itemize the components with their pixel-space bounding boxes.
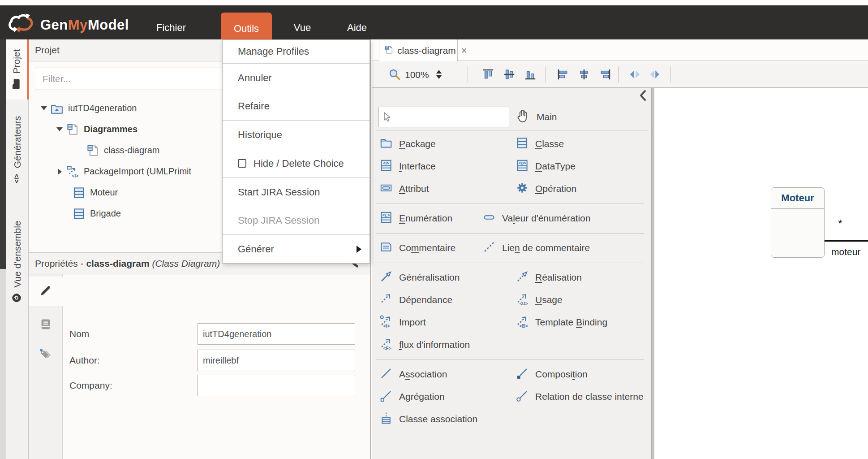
project-filter-input[interactable] xyxy=(36,68,231,90)
palette-tool-package[interactable]: Package xyxy=(379,133,436,155)
svg-text:<I>: <I> xyxy=(383,324,390,328)
palette-tool-commentaire[interactable]: Commentaire xyxy=(379,237,455,259)
palette-row: AssociationComposition xyxy=(372,363,651,385)
flip-right-button[interactable] xyxy=(648,68,662,81)
zoom-increase-icon[interactable] xyxy=(436,70,442,74)
toolbar-separator xyxy=(618,66,619,82)
sidebar-tab-g-n-rateurs[interactable]: </>Générateurs xyxy=(6,110,29,191)
folder-solid-icon xyxy=(10,78,23,90)
hand-icon xyxy=(515,108,531,126)
menu-item-manage-profiles[interactable]: Manage Profiles xyxy=(223,40,370,63)
align-middle-button[interactable] xyxy=(503,68,516,81)
genmymodel-app: GenMyModel FichierOutilsVueAide Projet</… xyxy=(0,0,868,459)
align-right-button[interactable] xyxy=(598,68,612,81)
svg-text:<I>: <I> xyxy=(72,173,79,178)
app-logo[interactable]: GenMyModel xyxy=(7,11,129,39)
palette-tool-attribut[interactable]: Attribut xyxy=(379,178,429,200)
collapse-arrow-icon[interactable] xyxy=(39,106,48,110)
sidebar-tab-projet[interactable]: Projet xyxy=(6,39,29,100)
palette-tool-main[interactable]: Main xyxy=(515,108,557,126)
palette-tool-enum-ration[interactable]: <E>Enumération xyxy=(379,207,452,230)
palette-section-divider xyxy=(372,259,651,266)
palette-tool-composition[interactable]: Composition xyxy=(516,363,588,385)
properties-tab-pencil[interactable] xyxy=(29,277,63,306)
diagram-canvas[interactable] xyxy=(654,88,868,459)
svg-text:<U>: <U> xyxy=(520,301,528,306)
menu-item-annuler[interactable]: Annuler xyxy=(223,64,370,92)
flip-left-button[interactable] xyxy=(628,68,642,81)
align-bottom-button[interactable] xyxy=(524,68,537,81)
diagram-icon xyxy=(66,123,79,136)
class-icon xyxy=(72,186,86,199)
palette-tool-r-alisation[interactable]: Réalisation xyxy=(516,266,582,289)
palette-tool-classe[interactable]: Classe xyxy=(516,133,564,155)
properties-tab-tags[interactable] xyxy=(29,341,63,370)
palette-tool-association[interactable]: Association xyxy=(379,363,447,385)
outils-dropdown-menu: Manage ProfilesAnnulerRefaireHistoriqueH… xyxy=(222,39,370,264)
palette-tool-flux-d-information[interactable]: <F>flux d'information xyxy=(379,333,470,356)
align-center-button[interactable] xyxy=(577,68,591,81)
palette-tool-lien-de-commentaire[interactable]: Lien de commentaire xyxy=(482,237,590,259)
enum-value-icon xyxy=(482,211,496,226)
palette-tool-agr-gation[interactable]: Agrégation xyxy=(379,385,445,408)
nom-input[interactable] xyxy=(197,323,355,345)
palette-tool-usage[interactable]: <U>Usage xyxy=(516,289,563,311)
diagram-icon xyxy=(86,144,99,157)
menu-item-historique[interactable]: Historique xyxy=(223,121,370,149)
collapse-palette-icon[interactable] xyxy=(638,89,649,102)
palette-row: Dépendance<U>Usage xyxy=(372,289,651,311)
palette-tool-op-ration[interactable]: Opération xyxy=(516,178,576,200)
properties-side-tabs xyxy=(29,274,63,459)
checkbox-icon[interactable] xyxy=(238,159,246,168)
information-flow-icon: <F> xyxy=(379,337,393,352)
palette-tool-relation-de-classe-interne[interactable]: Relation de classe interne xyxy=(516,385,644,408)
menu-item-g-n-rer[interactable]: Générer xyxy=(223,235,370,263)
palette-canvas-splitter[interactable] xyxy=(651,88,654,459)
author-input[interactable] xyxy=(197,350,355,371)
properties-tab-book[interactable] xyxy=(29,310,63,340)
overview-icon xyxy=(11,292,24,304)
menu-item-stop-jira-session[interactable]: Stop JIRA Session xyxy=(223,206,370,234)
toolbar-separator xyxy=(546,66,546,82)
expand-arrow-icon[interactable] xyxy=(55,169,64,175)
aggregation-icon xyxy=(379,389,393,404)
align-top-button[interactable] xyxy=(481,68,495,81)
palette-tool-valeur-d-num-ration[interactable]: Valeur d'énumération xyxy=(482,207,590,230)
palette-tool-template-binding[interactable]: <B>Template Binding xyxy=(516,311,607,333)
palette-tool-d-pendance[interactable]: Dépendance xyxy=(379,289,452,311)
menu-item-refaire[interactable]: Refaire xyxy=(223,92,370,120)
comment-icon xyxy=(379,240,393,255)
property-row-company: Company: xyxy=(63,375,355,396)
align-left-button[interactable] xyxy=(556,68,570,81)
company-input[interactable] xyxy=(197,375,355,396)
palette-tool-interface[interactable]: <I>Interface xyxy=(379,155,436,178)
close-tab-icon[interactable]: × xyxy=(461,46,467,56)
svg-text:<F>: <F> xyxy=(383,346,391,351)
toolbar-separator xyxy=(468,66,468,82)
comment-link-icon xyxy=(482,240,496,255)
package-import-icon: <I> xyxy=(66,165,79,178)
palette-main-label: Main xyxy=(537,112,557,122)
association-edge[interactable] xyxy=(825,240,868,242)
collapse-arrow-icon[interactable] xyxy=(55,127,64,131)
zoom-magnifier-icon[interactable] xyxy=(388,68,401,81)
uml-class-moteur[interactable]: Moteur xyxy=(771,187,825,258)
palette-search-input[interactable] xyxy=(378,107,509,127)
menu-item-start-jira-session[interactable]: Start JIRA Session xyxy=(223,178,370,206)
palette-tool-import[interactable]: <I>Import xyxy=(379,311,426,333)
palette-divider xyxy=(376,130,649,130)
zoom-stepper[interactable] xyxy=(435,68,443,81)
tab-class-diagram[interactable]: class-diagram × xyxy=(379,39,458,61)
background-window-strip-top xyxy=(0,39,6,269)
diagram-tab-icon xyxy=(384,45,394,56)
palette-tool-classe-association[interactable]: Classe association xyxy=(379,408,477,430)
sidebar-tab-vue-d-ensemble[interactable]: Vue d'ensemble xyxy=(6,208,29,316)
brand-text: GenMyModel xyxy=(40,17,129,33)
menu-item-hide-delete-choice[interactable]: Hide / Delete Choice xyxy=(223,149,370,178)
tab-label: class-diagram xyxy=(397,45,456,56)
palette-tool-g-n-ralisation[interactable]: Généralisation xyxy=(379,266,460,289)
zoom-decrease-icon[interactable] xyxy=(436,75,442,79)
palette-tool-datatype[interactable]: <D>DataType xyxy=(516,155,576,178)
code-icon: </> xyxy=(11,173,24,184)
datatype-icon: <D> xyxy=(516,159,529,174)
